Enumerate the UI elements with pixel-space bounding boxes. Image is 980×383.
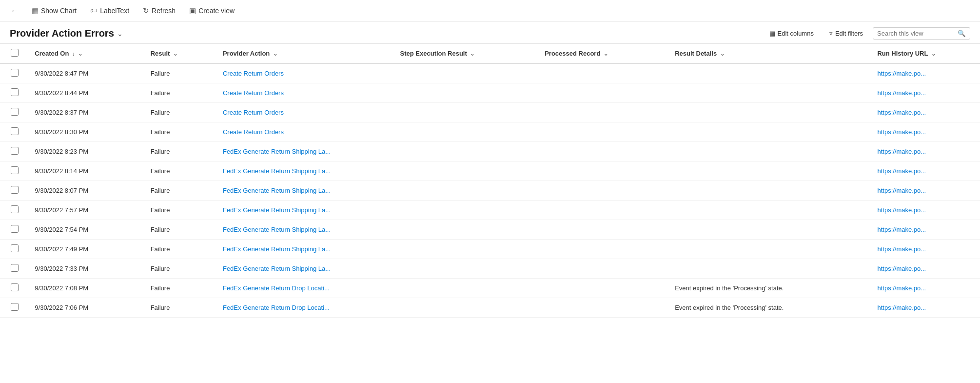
row-checkbox-cell-7[interactable] bbox=[0, 201, 29, 220]
row-checkbox-cell-8[interactable] bbox=[0, 220, 29, 240]
cell-provider-action-10[interactable]: FedEx Generate Return Shipping La... bbox=[217, 259, 394, 279]
select-all-checkbox[interactable] bbox=[11, 49, 19, 57]
row-checkbox-cell-0[interactable] bbox=[0, 63, 29, 83]
run-history-link-1[interactable]: https://make.po... bbox=[877, 89, 926, 97]
row-checkbox-cell-5[interactable] bbox=[0, 161, 29, 181]
cell-run-history-url-0[interactable]: https://make.po... bbox=[871, 63, 980, 83]
row-checkbox-11[interactable] bbox=[11, 283, 19, 291]
run-history-link-3[interactable]: https://make.po... bbox=[877, 128, 926, 136]
row-checkbox-0[interactable] bbox=[11, 69, 19, 77]
row-checkbox-cell-4[interactable] bbox=[0, 142, 29, 161]
provider-action-link-3[interactable]: Create Return Orders bbox=[223, 128, 284, 136]
run-history-link-0[interactable]: https://make.po... bbox=[877, 70, 926, 77]
provider-action-link-7[interactable]: FedEx Generate Return Shipping La... bbox=[223, 206, 331, 214]
row-checkbox-cell-2[interactable] bbox=[0, 103, 29, 122]
run-history-link-10[interactable]: https://make.po... bbox=[877, 265, 926, 272]
cell-provider-action-5[interactable]: FedEx Generate Return Shipping La... bbox=[217, 161, 394, 181]
provider-action-link-0[interactable]: Create Return Orders bbox=[223, 70, 284, 77]
row-checkbox-5[interactable] bbox=[11, 166, 19, 174]
run-history-link-9[interactable]: https://make.po... bbox=[877, 245, 926, 253]
row-checkbox-2[interactable] bbox=[11, 108, 19, 116]
cell-result-details-2 bbox=[669, 103, 871, 122]
row-checkbox-9[interactable] bbox=[11, 244, 19, 252]
provider-action-link-9[interactable]: FedEx Generate Return Shipping La... bbox=[223, 245, 331, 253]
provider-action-link-12[interactable]: FedEx Generate Return Drop Locati... bbox=[223, 304, 330, 311]
search-input[interactable] bbox=[877, 30, 958, 37]
col-header-run-history-url[interactable]: Run History URL ⌄ bbox=[871, 44, 980, 63]
title-dropdown-chevron[interactable]: ⌄ bbox=[117, 30, 123, 38]
run-history-link-7[interactable]: https://make.po... bbox=[877, 206, 926, 214]
edit-columns-button[interactable]: ▦ Edit columns bbox=[764, 27, 820, 40]
row-checkbox-7[interactable] bbox=[11, 205, 19, 213]
run-history-link-8[interactable]: https://make.po... bbox=[877, 226, 926, 233]
row-checkbox-12[interactable] bbox=[11, 303, 19, 311]
provider-action-link-6[interactable]: FedEx Generate Return Shipping La... bbox=[223, 187, 331, 194]
cell-run-history-url-1[interactable]: https://make.po... bbox=[871, 83, 980, 103]
row-checkbox-cell-10[interactable] bbox=[0, 259, 29, 279]
row-checkbox-1[interactable] bbox=[11, 88, 19, 96]
select-all-checkbox-cell[interactable] bbox=[0, 44, 29, 63]
col-header-created-on[interactable]: Created On ↓ ⌄ bbox=[29, 44, 144, 63]
row-checkbox-10[interactable] bbox=[11, 264, 19, 272]
cell-provider-action-7[interactable]: FedEx Generate Return Shipping La... bbox=[217, 201, 394, 220]
row-checkbox-8[interactable] bbox=[11, 225, 19, 233]
run-history-link-4[interactable]: https://make.po... bbox=[877, 148, 926, 155]
cell-provider-action-9[interactable]: FedEx Generate Return Shipping La... bbox=[217, 240, 394, 259]
show-chart-button[interactable]: ▦ Show Chart bbox=[27, 4, 81, 17]
cell-run-history-url-6[interactable]: https://make.po... bbox=[871, 181, 980, 201]
provider-action-link-1[interactable]: Create Return Orders bbox=[223, 89, 284, 97]
run-history-link-2[interactable]: https://make.po... bbox=[877, 109, 926, 116]
provider-action-link-8[interactable]: FedEx Generate Return Shipping La... bbox=[223, 226, 331, 233]
cell-provider-action-6[interactable]: FedEx Generate Return Shipping La... bbox=[217, 181, 394, 201]
cell-run-history-url-7[interactable]: https://make.po... bbox=[871, 201, 980, 220]
cell-provider-action-3[interactable]: Create Return Orders bbox=[217, 122, 394, 142]
cell-provider-action-4[interactable]: FedEx Generate Return Shipping La... bbox=[217, 142, 394, 161]
run-history-link-12[interactable]: https://make.po... bbox=[877, 304, 926, 311]
provider-action-link-2[interactable]: Create Return Orders bbox=[223, 109, 284, 116]
provider-action-link-5[interactable]: FedEx Generate Return Shipping La... bbox=[223, 167, 331, 175]
row-checkbox-cell-11[interactable] bbox=[0, 279, 29, 298]
cell-run-history-url-11[interactable]: https://make.po... bbox=[871, 279, 980, 298]
row-checkbox-cell-1[interactable] bbox=[0, 83, 29, 103]
cell-run-history-url-8[interactable]: https://make.po... bbox=[871, 220, 980, 240]
cell-run-history-url-5[interactable]: https://make.po... bbox=[871, 161, 980, 181]
run-history-link-6[interactable]: https://make.po... bbox=[877, 187, 926, 194]
col-header-result-details[interactable]: Result Details ⌄ bbox=[669, 44, 871, 63]
cell-provider-action-12[interactable]: FedEx Generate Return Drop Locati... bbox=[217, 298, 394, 318]
cell-provider-action-0[interactable]: Create Return Orders bbox=[217, 63, 394, 83]
cell-run-history-url-4[interactable]: https://make.po... bbox=[871, 142, 980, 161]
row-checkbox-6[interactable] bbox=[11, 186, 19, 194]
cell-provider-action-2[interactable]: Create Return Orders bbox=[217, 103, 394, 122]
search-box[interactable]: 🔍 bbox=[873, 27, 970, 40]
refresh-button[interactable]: ↻ Refresh bbox=[138, 4, 180, 17]
cell-provider-action-8[interactable]: FedEx Generate Return Shipping La... bbox=[217, 220, 394, 240]
row-checkbox-cell-6[interactable] bbox=[0, 181, 29, 201]
cell-run-history-url-9[interactable]: https://make.po... bbox=[871, 240, 980, 259]
col-header-result[interactable]: Result ⌄ bbox=[145, 44, 217, 63]
cell-run-history-url-10[interactable]: https://make.po... bbox=[871, 259, 980, 279]
row-checkbox-cell-3[interactable] bbox=[0, 122, 29, 142]
row-checkbox-4[interactable] bbox=[11, 147, 19, 155]
cell-run-history-url-3[interactable]: https://make.po... bbox=[871, 122, 980, 142]
cell-run-history-url-12[interactable]: https://make.po... bbox=[871, 298, 980, 318]
cell-run-history-url-2[interactable]: https://make.po... bbox=[871, 103, 980, 122]
label-text-button[interactable]: 🏷 LabelText bbox=[85, 4, 134, 17]
row-checkbox-cell-12[interactable] bbox=[0, 298, 29, 318]
run-history-link-11[interactable]: https://make.po... bbox=[877, 284, 926, 292]
provider-action-link-11[interactable]: FedEx Generate Return Drop Locati... bbox=[223, 284, 330, 292]
search-button[interactable]: 🔍 bbox=[958, 30, 966, 37]
cell-provider-action-1[interactable]: Create Return Orders bbox=[217, 83, 394, 103]
cell-provider-action-11[interactable]: FedEx Generate Return Drop Locati... bbox=[217, 279, 394, 298]
provider-action-link-10[interactable]: FedEx Generate Return Shipping La... bbox=[223, 265, 331, 272]
row-checkbox-cell-9[interactable] bbox=[0, 240, 29, 259]
run-history-link-5[interactable]: https://make.po... bbox=[877, 167, 926, 175]
edit-filters-button[interactable]: ▿ Edit filters bbox=[823, 27, 869, 40]
col-header-processed-record[interactable]: Processed Record ⌄ bbox=[539, 44, 669, 63]
row-checkbox-3[interactable] bbox=[11, 127, 19, 135]
back-icon: ← bbox=[11, 6, 18, 15]
provider-action-link-4[interactable]: FedEx Generate Return Shipping La... bbox=[223, 148, 331, 155]
create-view-button[interactable]: ▣ Create view bbox=[184, 4, 239, 17]
col-header-provider-action[interactable]: Provider Action ⌄ bbox=[217, 44, 394, 63]
col-header-step-execution-result[interactable]: Step Execution Result ⌄ bbox=[394, 44, 539, 63]
back-button[interactable]: ← bbox=[6, 4, 23, 17]
